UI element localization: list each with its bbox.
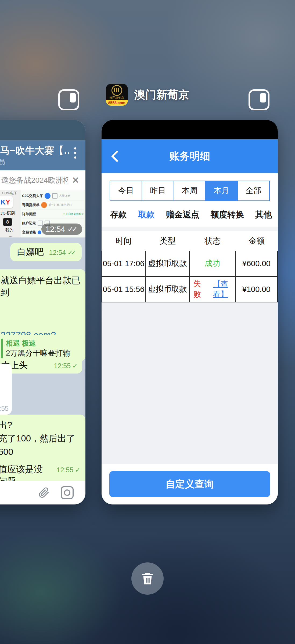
message-input-bar[interactable] [0,481,85,504]
attach-paperclip-icon[interactable] [38,486,50,499]
tab-yesterday[interactable]: 昨日 [142,181,174,200]
clear-all-trash-button[interactable] [131,562,164,595]
app-icon-domain: 8558.com [106,100,128,106]
mini-icon [38,230,41,234]
view-details-link[interactable]: 【查看】 [206,279,235,299]
category-transfer[interactable]: 额度转换 [211,209,244,220]
cell-amount: ¥100.00 [236,277,278,302]
kebab-menu-icon[interactable] [74,147,76,159]
cell-time: 05-01 17:06 [102,251,146,276]
tab-this-month[interactable]: 本月 [205,181,237,200]
mini-label: 大厅订单 [59,194,70,198]
category-other[interactable]: 其他 [255,209,272,220]
single-check-icon: ✓ [75,466,81,474]
bottom-bar: 自定义查询 [102,464,278,504]
mini-label: CQ9-电子 [2,191,17,196]
reply-text: 2万黑分干嘛要打输 [6,348,78,358]
pinned-message-bar[interactable]: 邀您备战2024欧洲杯… × [0,170,85,190]
message-bubble: 白嫖吧 12:54✓✓ [10,243,82,261]
tab-today[interactable]: 今日 [110,181,142,200]
casino-app-card[interactable]: 账务明细 今日 昨日 本周 本月 全部 存款 取款 赠金返点 额度转换 其他 时… [102,120,278,504]
game-tile-ky: KY [0,196,13,208]
mini-label: 订单提醒 [22,212,36,217]
telegram-statusbar [0,120,85,140]
message-text: 就送白嫖平台出款已到 [1,275,81,299]
pinned-message-text: 邀您备战2024欧洲杯… [1,175,68,185]
table-row: 05-01 15:56 虚拟币取款 失败 【查看】 ¥100.00 [102,277,278,302]
double-check-icon: ✓✓ [67,225,78,234]
reply-quote[interactable]: 相遇 极速 2万黑分干嘛要打输 [1,339,78,358]
photo-timestamp-badge: 12:54✓✓ [41,224,82,235]
app-icon-text: 澳門新葡京 [109,96,124,100]
close-icon[interactable]: × [72,173,79,187]
message-text: 白嫖吧 [17,246,44,258]
page-title: 账务明细 [169,149,210,163]
double-check-icon: ✓✓ [67,249,76,257]
photo-message[interactable]: 神捕鱼 CQ9-电子 KY 将胡了2 开元-棋牌 8 惠专区 在线客服 我的 [0,190,85,237]
menu-lines-icon: ≡ [9,235,12,237]
mini-label: C2C交易大厅 [22,193,43,198]
custom-query-button[interactable]: 自定义查询 [109,471,270,497]
tab-this-week[interactable]: 本周 [174,181,206,200]
col-header-status: 状态 [190,236,236,247]
mini-icon [52,193,57,199]
table-row: 05-01 17:06 虚拟币取款 成功 ¥600.00 [102,251,278,277]
category-tabs: 存款 取款 赠金返点 额度转换 其他 [102,201,278,227]
empty-content-area [102,302,278,464]
trash-icon [140,571,155,586]
status-failed-text: 失败 [190,279,204,300]
mini-label: 开元-棋牌 [0,210,16,216]
floating-window-icon-left[interactable] [58,89,79,110]
cell-status-success: 成功 [190,251,236,276]
mini-label: 已开启通知提醒 > [63,212,84,216]
mini-label: 我的委托 [61,203,72,207]
incoming-message-bubble: 2:55 [0,364,12,415]
reply-author: 相遇 极速 [6,339,78,348]
chat-subtitle: 员 [0,158,5,167]
col-header-type: 类型 [146,236,190,247]
telegram-chat-header: 马~吹牛大赛【… 员 [0,140,85,170]
cell-type: 虚拟币取款 [146,277,190,302]
c2c-icon [45,193,51,199]
cell-time: 05-01 15:56 [102,277,146,302]
casino-page-header: 账务明细 [102,139,278,173]
message-time: 2:55 [0,405,9,412]
consign-icon [41,202,47,208]
chat-title: 马~吹牛大赛【… [0,144,70,157]
cell-status-failed: 失败 【查看】 [190,277,236,302]
table-header-row: 时间 类型 状态 金额 [102,231,278,251]
message-text: 出? [0,418,81,432]
single-check-icon: ✓ [72,362,78,370]
message-bubble-with-reply: 相遇 极速 2万黑分干嘛要打输 太上头 12:55✓ [0,335,82,374]
cell-amount: ¥600.00 [236,251,278,276]
casino-statusbar [102,120,278,139]
mini-label: 我的 [5,228,13,233]
mini-label: 委托订单 [49,203,59,207]
divider-strip [102,227,278,231]
message-text: 充了100，然后出了600 [0,432,81,459]
col-header-time: 时间 [102,236,146,247]
col-header-amount: 金额 [236,236,278,247]
category-bonus[interactable]: 赠金返点 [166,209,199,220]
back-chevron-icon[interactable] [111,151,123,162]
mini-label: 交易功能 [22,230,36,235]
floating-window-icon-right[interactable] [249,89,269,110]
lotus-emblem-icon [111,85,122,96]
mini-icon [38,221,43,226]
app-icon-macau-casino[interactable]: 澳門新葡京 8558.com [106,84,128,106]
photo-left-screenshot: 神捕鱼 CQ9-电子 KY 将胡了2 开元-棋牌 8 惠专区 在线客服 我的 [0,190,20,237]
tab-all[interactable]: 全部 [237,181,269,200]
category-withdraw[interactable]: 取款 [138,209,155,220]
switcher-app-title: 澳门新葡京 [134,87,189,102]
sticker-icon[interactable] [61,486,74,499]
date-filter-tabs: 今日 昨日 本周 本月 全部 [110,181,270,201]
mini-label: 账户记录 [22,221,36,226]
telegram-app-card[interactable]: 马~吹牛大赛【… 员 邀您备战2024欧洲杯… × 神捕鱼 CQ9-电子 KY … [0,120,85,504]
cell-type: 虚拟币取款 [146,251,190,276]
jersey-icon: 8 [3,218,12,226]
mini-label: 寄卖委托单 [22,203,39,207]
category-deposit[interactable]: 存款 [110,209,127,220]
